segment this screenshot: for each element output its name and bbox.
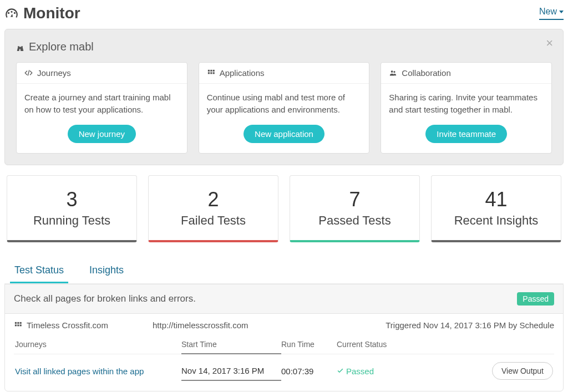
tab-test-status[interactable]: Test Status bbox=[10, 259, 68, 283]
check-icon bbox=[337, 366, 344, 376]
journey-link[interactable]: Visit all linked pages within the app bbox=[15, 366, 181, 376]
svg-rect-5 bbox=[212, 72, 214, 74]
status-badge: Passed bbox=[517, 292, 554, 306]
stats-row: 3 Running Tests 2 Failed Tests 7 Passed … bbox=[7, 175, 561, 242]
start-time-value: Nov 14, 2017 3:16 PM bbox=[181, 366, 281, 381]
triggered-info: Triggered Nov 14, 2017 3:16 PM by Schedu… bbox=[386, 320, 554, 330]
tabs: Test Status Insights bbox=[4, 259, 564, 284]
code-icon bbox=[24, 69, 33, 77]
col-current-status[interactable]: Current Status bbox=[337, 340, 481, 349]
new-journey-button[interactable]: New journey bbox=[68, 125, 136, 143]
card-label: Applications bbox=[220, 68, 265, 78]
invite-teammate-button[interactable]: Invite teammate bbox=[425, 125, 507, 143]
svg-rect-8 bbox=[15, 322, 17, 324]
explore-card-collaboration: Collaboration Sharing is caring. Invite … bbox=[381, 62, 552, 154]
col-run-time[interactable]: Run Time bbox=[281, 340, 337, 349]
page-title: Monitor bbox=[4, 4, 80, 22]
grid-icon bbox=[207, 69, 215, 77]
stat-failed-tests[interactable]: 2 Failed Tests bbox=[148, 175, 278, 242]
svg-rect-3 bbox=[208, 72, 210, 74]
svg-rect-9 bbox=[17, 322, 19, 324]
svg-rect-13 bbox=[20, 324, 22, 326]
explore-panel: × Explore mabl Journeys Create a journey… bbox=[4, 29, 564, 165]
svg-rect-0 bbox=[208, 70, 210, 72]
table-row: Visit all linked pages within the app No… bbox=[14, 354, 554, 381]
stat-passed-tests[interactable]: 7 Passed Tests bbox=[290, 175, 420, 242]
test-status-panel: Check all pages for broken links and err… bbox=[4, 284, 564, 391]
svg-point-7 bbox=[394, 71, 395, 73]
card-label: Collaboration bbox=[402, 68, 450, 78]
card-desc: Continue using mabl and test more of you… bbox=[207, 91, 362, 116]
dashboard-icon bbox=[4, 6, 19, 21]
svg-rect-10 bbox=[20, 322, 22, 324]
test-plan-title: Check all pages for broken links and err… bbox=[14, 293, 196, 304]
view-output-button[interactable]: View Output bbox=[492, 362, 553, 380]
explore-card-journeys: Journeys Create a journey and start trai… bbox=[16, 62, 187, 154]
svg-rect-2 bbox=[212, 70, 214, 72]
col-start-time[interactable]: Start Time bbox=[181, 340, 281, 354]
card-desc: Create a journey and start training mabl… bbox=[24, 91, 179, 116]
svg-rect-1 bbox=[210, 70, 212, 72]
tab-insights[interactable]: Insights bbox=[85, 259, 128, 283]
users-icon bbox=[389, 69, 397, 77]
svg-point-6 bbox=[391, 70, 393, 73]
stat-running-tests[interactable]: 3 Running Tests bbox=[7, 175, 137, 242]
chevron-down-icon bbox=[559, 11, 564, 13]
stat-recent-insights[interactable]: 41 Recent Insights bbox=[431, 175, 561, 242]
site-name: Timeless Crossfit.com bbox=[14, 320, 136, 330]
svg-rect-12 bbox=[17, 324, 19, 326]
grid-icon bbox=[14, 321, 22, 329]
run-time-value: 00:07:39 bbox=[281, 366, 337, 376]
col-journeys[interactable]: Journeys bbox=[15, 340, 181, 349]
explore-card-applications: Applications Continue using mabl and tes… bbox=[199, 62, 370, 154]
new-dropdown[interactable]: New bbox=[539, 7, 564, 20]
row-status: Passed bbox=[337, 366, 374, 376]
explore-title: Explore mabl bbox=[16, 40, 552, 53]
site-url: http://timelesscrossfit.com bbox=[153, 320, 369, 330]
new-application-button[interactable]: New application bbox=[244, 125, 324, 143]
card-label: Journeys bbox=[37, 68, 71, 78]
svg-rect-11 bbox=[15, 324, 17, 326]
svg-rect-4 bbox=[210, 72, 212, 74]
binoculars-icon bbox=[16, 43, 24, 51]
close-icon[interactable]: × bbox=[546, 37, 553, 49]
card-desc: Sharing is caring. Invite your teammates… bbox=[389, 91, 544, 116]
